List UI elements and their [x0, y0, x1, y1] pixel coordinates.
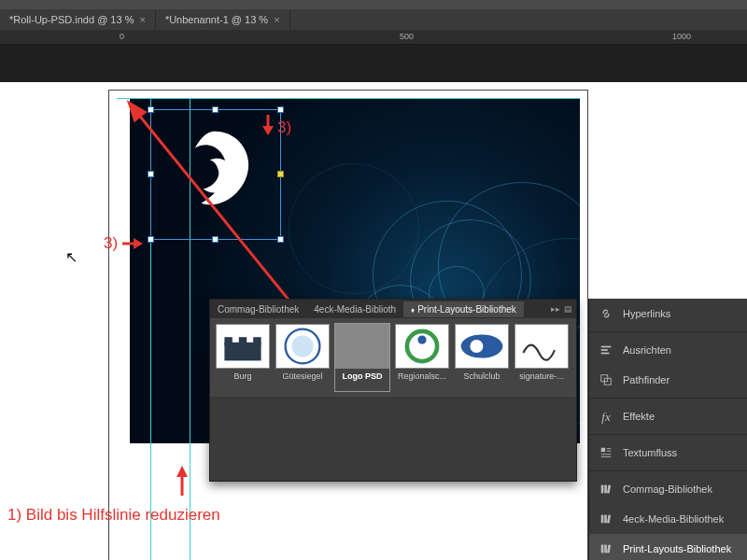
- library-item-schulclub[interactable]: Schulclub: [455, 324, 509, 391]
- textwrap-icon: [599, 446, 613, 459]
- library-item-logo-psd[interactable]: Logo PSD: [335, 324, 389, 391]
- svg-rect-15: [601, 349, 608, 351]
- pasteboard-void: [0, 45, 747, 82]
- svg-rect-5: [224, 337, 232, 344]
- panel-textumfluss[interactable]: Textumfluss: [589, 438, 747, 468]
- svg-rect-14: [601, 346, 612, 348]
- svg-point-11: [417, 336, 426, 344]
- thumbnail: [514, 324, 569, 369]
- svg-rect-26: [607, 485, 611, 494]
- svg-rect-30: [601, 545, 604, 553]
- library-icon: [599, 542, 613, 555]
- resize-handle[interactable]: [277, 236, 284, 243]
- resize-handle[interactable]: [277, 171, 284, 177]
- svg-rect-25: [604, 485, 607, 494]
- ruler-tick: 500: [400, 32, 414, 41]
- panel-commag-bibliothek[interactable]: Commag-Bibliothek: [589, 474, 747, 504]
- library-panel[interactable]: Commag-Bibliothek 4eck-Media-Biblioth ♦P…: [209, 299, 577, 482]
- panel-label: Print-Layouts-Bibliothek: [623, 543, 731, 554]
- annotation-arrow-up: [171, 462, 199, 499]
- resize-handle[interactable]: [148, 106, 154, 113]
- library-tab-4eck[interactable]: 4eck-Media-Biblioth: [306, 301, 403, 317]
- svg-rect-4: [224, 343, 261, 361]
- resize-handle[interactable]: [148, 171, 154, 177]
- svg-rect-19: [601, 448, 605, 452]
- panel-hyperlinks[interactable]: Hyperlinks: [589, 299, 747, 329]
- svg-rect-27: [601, 515, 604, 524]
- library-tab-commag[interactable]: Commag-Bibliothek: [210, 301, 306, 317]
- panel-label: Textumfluss: [623, 447, 677, 458]
- svg-rect-28: [604, 515, 607, 524]
- svg-rect-31: [604, 545, 607, 553]
- library-panel-empty-area: [210, 397, 576, 481]
- library-icon: [599, 512, 613, 525]
- library-items: Burg Gütesiegel Logo PSD Regionalsc... S…: [210, 318, 576, 397]
- library-item-label: signature-...: [514, 371, 569, 381]
- library-item-label: Regionalsc...: [395, 371, 449, 381]
- annotation-label-3: 3): [104, 234, 118, 253]
- svg-rect-6: [239, 337, 247, 344]
- document-tabs: *Roll-Up-PSD.indd @ 13 % × *Unbenannt-1 …: [0, 9, 747, 30]
- hyperlinks-icon: [599, 307, 613, 320]
- pathfinder-icon: [599, 373, 613, 386]
- library-item-guetesiegel[interactable]: Gütesiegel: [275, 324, 330, 391]
- library-item-signature[interactable]: signature-...: [514, 324, 569, 391]
- panel-label: Commag-Bibliothek: [623, 483, 712, 495]
- guide-horizontal[interactable]: [117, 98, 580, 99]
- panel-label: Hyperlinks: [623, 308, 670, 319]
- library-icon: [599, 483, 613, 496]
- resize-handle[interactable]: [212, 106, 218, 113]
- tab-doc-rollup[interactable]: *Roll-Up-PSD.indd @ 13 % ×: [0, 10, 156, 29]
- logo-graphic: [164, 123, 267, 226]
- thumbnail: [335, 324, 389, 369]
- svg-point-13: [470, 340, 483, 353]
- panel-label: Pathfinder: [623, 374, 669, 385]
- close-icon[interactable]: ×: [139, 14, 145, 25]
- tab-label: *Unbenannt-1 @ 13 %: [165, 14, 268, 25]
- panel-ausrichten[interactable]: Ausrichten: [589, 335, 747, 365]
- panel-menu-icon[interactable]: ▤: [564, 304, 572, 314]
- panel-label: 4eck-Media-Bibliothek: [623, 513, 724, 525]
- svg-rect-16: [601, 353, 610, 355]
- fx-icon: fx: [599, 410, 613, 423]
- library-item-burg[interactable]: Burg: [216, 324, 270, 391]
- panel-print-bibliothek[interactable]: Print-Layouts-Bibliothek: [589, 534, 747, 560]
- selected-object-logo[interactable]: [150, 109, 281, 240]
- dropdown-icon: ♦: [411, 306, 415, 315]
- thumbnail: [455, 324, 509, 369]
- library-item-label: Gütesiegel: [275, 371, 330, 381]
- align-icon: [599, 343, 613, 357]
- library-item-label: Logo PSD: [335, 371, 389, 381]
- tab-label: *Roll-Up-PSD.indd @ 13 %: [9, 14, 134, 25]
- resize-handle[interactable]: [212, 236, 218, 243]
- panel-effekte[interactable]: fx Effekte: [589, 401, 747, 431]
- library-item-label: Schulclub: [455, 371, 509, 381]
- library-tab-print[interactable]: ♦Print-Layouts-Bibliothek: [403, 301, 524, 317]
- library-item-regionalschule[interactable]: Regionalsc...: [395, 324, 449, 391]
- panel-label: Effekte: [623, 411, 655, 422]
- resize-handle[interactable]: [277, 106, 284, 113]
- thumbnail: [275, 324, 330, 369]
- panel-dock: Hyperlinks Ausrichten Pathfinder fx Effe…: [588, 299, 747, 560]
- thumbnail: [216, 324, 270, 369]
- close-icon[interactable]: ×: [274, 14, 279, 25]
- svg-rect-7: [253, 337, 261, 344]
- panel-label: Ausrichten: [623, 344, 671, 356]
- thumbnail: [395, 324, 449, 369]
- svg-point-9: [292, 336, 314, 357]
- svg-rect-24: [601, 485, 604, 494]
- panel-4eck-bibliothek[interactable]: 4eck-Media-Bibliothek: [589, 504, 747, 534]
- resize-handle[interactable]: [148, 236, 154, 243]
- svg-rect-32: [607, 545, 611, 553]
- library-panel-tabs: Commag-Bibliothek 4eck-Media-Biblioth ♦P…: [210, 300, 576, 318]
- panel-pathfinder[interactable]: Pathfinder: [589, 365, 747, 395]
- ruler-tick: 0: [120, 32, 124, 41]
- ruler-horizontal[interactable]: 0 500 1000: [0, 30, 747, 45]
- library-item-label: Burg: [216, 371, 270, 381]
- svg-rect-29: [607, 515, 611, 524]
- ruler-tick: 1000: [672, 32, 691, 41]
- tab-doc-unbenannt[interactable]: *Unbenannt-1 @ 13 % ×: [156, 10, 290, 29]
- panel-collapse-icon[interactable]: ▸▸: [551, 304, 560, 314]
